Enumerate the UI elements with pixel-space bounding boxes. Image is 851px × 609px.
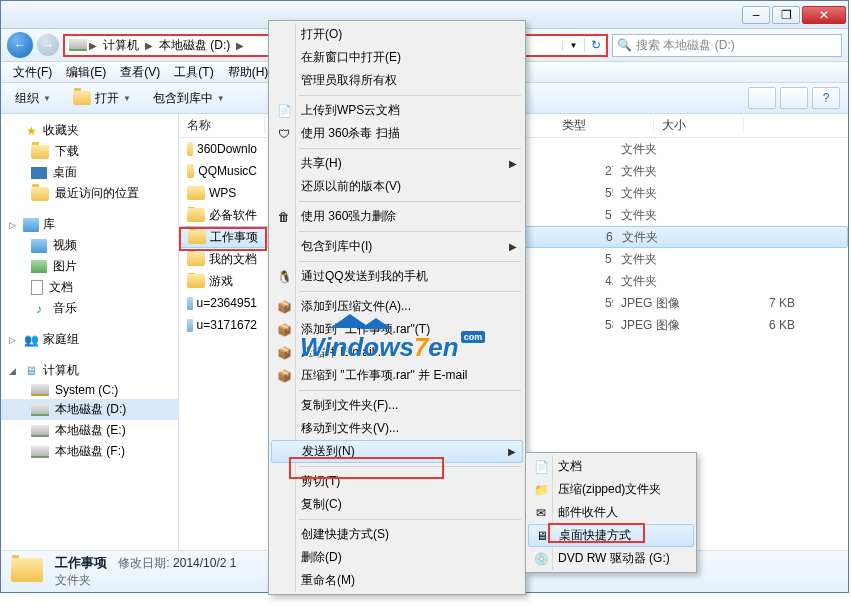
menu-item-label: 共享(H)	[301, 155, 342, 172]
menu-item[interactable]: 🐧通过QQ发送到我的手机	[271, 265, 523, 288]
organize-button[interactable]: 组织▼	[9, 88, 57, 109]
menu-item[interactable]: 📁压缩(zipped)文件夹	[528, 478, 694, 501]
tree-libraries[interactable]: ▷库	[1, 214, 178, 235]
menu-item[interactable]: 🖥桌面快捷方式	[528, 524, 694, 547]
minimize-button[interactable]: –	[742, 6, 770, 24]
recent-icon	[31, 187, 49, 201]
menu-item[interactable]: 移动到文件夹(V)...	[271, 417, 523, 440]
menu-item[interactable]: 重命名(M)	[271, 569, 523, 592]
menu-help[interactable]: 帮助(H)	[222, 62, 275, 83]
include-lib-button[interactable]: 包含到库中▼	[147, 88, 231, 109]
tree-favorites[interactable]: ★收藏夹	[1, 120, 178, 141]
context-menu[interactable]: 打开(O)在新窗口中打开(E)管理员取得所有权📄上传到WPS云文档🛡使用 360…	[268, 20, 526, 595]
chevron-right-icon: ▶	[509, 241, 517, 252]
folder-icon	[187, 208, 205, 222]
rar-icon: 📦	[275, 321, 293, 339]
statusbar-name: 工作事项	[55, 555, 107, 570]
preview-pane-button[interactable]	[780, 87, 808, 109]
tree-desktop[interactable]: 桌面	[1, 162, 178, 183]
cell-type: 文件夹	[613, 207, 713, 224]
menu-item[interactable]: 剪切(T)	[271, 470, 523, 493]
menu-item[interactable]: 💿DVD RW 驱动器 (G:)	[528, 547, 694, 570]
desk-icon: 🖥	[533, 527, 551, 545]
maximize-button[interactable]: ❐	[772, 6, 800, 24]
menu-item-label: 压缩(zipped)文件夹	[558, 481, 661, 498]
menu-item[interactable]: 还原以前的版本(V)	[271, 175, 523, 198]
menu-item[interactable]: 🛡使用 360杀毒 扫描	[271, 122, 523, 145]
rar-icon: 📦	[275, 298, 293, 316]
menu-item[interactable]: 管理员取得所有权	[271, 69, 523, 92]
back-button[interactable]: ←	[7, 32, 33, 58]
menu-item[interactable]: 📦添加到压缩文件(A)...	[271, 295, 523, 318]
col-size[interactable]: 大小	[654, 117, 744, 134]
video-icon	[31, 239, 47, 253]
menu-item[interactable]: 发送到(N)▶	[271, 440, 523, 463]
cell-name: 游戏	[179, 273, 265, 290]
drive-icon	[31, 404, 49, 416]
menu-view[interactable]: 查看(V)	[114, 62, 166, 83]
menu-item[interactable]: 共享(H)▶	[271, 152, 523, 175]
menu-item[interactable]: 📦添加到 "工作事项.rar"(T)	[271, 318, 523, 341]
menu-item[interactable]: 包含到库中(I)▶	[271, 235, 523, 258]
tree-homegroup[interactable]: ▷👥家庭组	[1, 329, 178, 350]
image-icon	[187, 319, 193, 332]
menu-item[interactable]: 打开(O)	[271, 23, 523, 46]
open-button[interactable]: 打开▼	[67, 88, 137, 109]
menu-item-label: 压缩到 "工作事项.rar" 并 E-mail	[301, 367, 468, 384]
tree-documents[interactable]: 文档	[1, 277, 178, 298]
breadcrumb-seg-drive[interactable]: 本地磁盘 (D:)	[155, 36, 234, 55]
menu-item[interactable]: 复制(C)	[271, 493, 523, 516]
col-name[interactable]: 名称	[179, 117, 265, 134]
breadcrumb-seg-computer[interactable]: 计算机	[99, 36, 143, 55]
tree-downloads[interactable]: 下载	[1, 141, 178, 162]
tree-videos[interactable]: 视频	[1, 235, 178, 256]
tree-drive-c[interactable]: System (C:)	[1, 381, 178, 399]
tree-drive-e[interactable]: 本地磁盘 (E:)	[1, 420, 178, 441]
drive-icon	[31, 384, 49, 396]
menu-item[interactable]: 复制到文件夹(F)...	[271, 394, 523, 417]
statusbar-mod-value: 2014/10/2 1	[173, 556, 236, 570]
tree-computer[interactable]: ◢🖥计算机	[1, 360, 178, 381]
wps-icon: 📄	[275, 102, 293, 120]
help-button[interactable]: ?	[812, 87, 840, 109]
col-type[interactable]: 类型	[554, 117, 654, 134]
context-submenu[interactable]: 📄文档📁压缩(zipped)文件夹✉邮件收件人🖥桌面快捷方式💿DVD RW 驱动…	[525, 452, 697, 573]
tree-music[interactable]: ♪音乐	[1, 298, 178, 319]
menu-item[interactable]: 📄文档	[528, 455, 694, 478]
search-input[interactable]: 🔍 搜索 本地磁盘 (D:)	[612, 34, 842, 57]
refresh-button[interactable]: ↻	[584, 38, 606, 52]
menu-item-label: 管理员取得所有权	[301, 72, 397, 89]
chevron-down-icon: ▼	[123, 94, 131, 103]
view-mode-button[interactable]	[748, 87, 776, 109]
menu-item-label: 还原以前的版本(V)	[301, 178, 401, 195]
menu-item-label: 复制到文件夹(F)...	[301, 397, 398, 414]
menu-item-label: 压缩并 E-mail...	[301, 344, 384, 361]
menu-item[interactable]: 📄上传到WPS云文档	[271, 99, 523, 122]
cell-name: 必备软件	[179, 207, 265, 224]
chevron-right-icon: ▶	[508, 446, 516, 457]
address-dropdown[interactable]: ▼	[562, 41, 584, 50]
tree-recent[interactable]: 最近访问的位置	[1, 183, 178, 204]
del360-icon: 🗑	[275, 208, 293, 226]
search-icon: 🔍	[617, 38, 632, 52]
menu-item[interactable]: 📦压缩并 E-mail...	[271, 341, 523, 364]
close-button[interactable]: ✕	[802, 6, 846, 24]
expand-icon: ▷	[9, 335, 19, 345]
menu-item[interactable]: 删除(D)	[271, 546, 523, 569]
forward-button[interactable]: →	[37, 34, 59, 56]
menu-tools[interactable]: 工具(T)	[168, 62, 219, 83]
menu-item-label: 添加到压缩文件(A)...	[301, 298, 411, 315]
menu-item[interactable]: 创建快捷方式(S)	[271, 523, 523, 546]
folder-icon	[187, 186, 205, 200]
folder-icon	[187, 164, 194, 178]
menu-file[interactable]: 文件(F)	[7, 62, 58, 83]
menu-edit[interactable]: 编辑(E)	[60, 62, 112, 83]
tree-pictures[interactable]: 图片	[1, 256, 178, 277]
menu-item[interactable]: 在新窗口中打开(E)	[271, 46, 523, 69]
rar-icon: 📦	[275, 344, 293, 362]
tree-drive-f[interactable]: 本地磁盘 (F:)	[1, 441, 178, 462]
menu-item[interactable]: ✉邮件收件人	[528, 501, 694, 524]
tree-drive-d[interactable]: 本地磁盘 (D:)	[1, 399, 178, 420]
menu-item[interactable]: 🗑使用 360强力删除	[271, 205, 523, 228]
menu-item[interactable]: 📦压缩到 "工作事项.rar" 并 E-mail	[271, 364, 523, 387]
